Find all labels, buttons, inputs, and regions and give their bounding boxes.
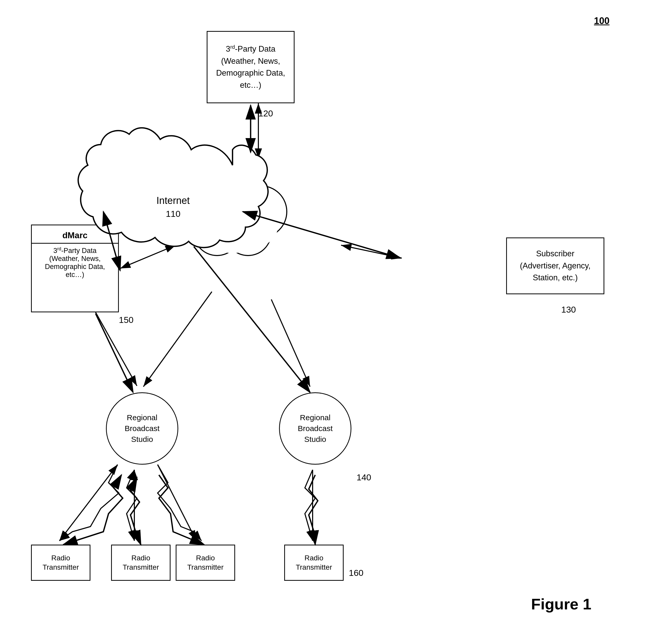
regional-studio-left: RegionalBroadcastStudio — [106, 392, 178, 465]
label-160: 160 — [349, 568, 364, 578]
svg-line-4 — [120, 245, 176, 269]
regional-studio-left-label: RegionalBroadcastStudio — [125, 412, 159, 445]
label-130: 130 — [561, 304, 576, 315]
svg-line-9 — [60, 465, 117, 541]
svg-point-15 — [199, 170, 266, 237]
svg-point-18 — [194, 209, 240, 255]
label-150: 150 — [119, 315, 134, 325]
transmitter-4-label: Radio Transmitter — [287, 553, 341, 572]
diagram: 100 — [0, 0, 656, 644]
svg-line-5 — [341, 245, 402, 258]
transmitter-3-label: Radio Transmitter — [178, 553, 232, 572]
radio-transmitter-3: Radio Transmitter — [176, 545, 235, 581]
svg-line-8 — [144, 292, 212, 387]
subscriber-box: Subscriber(Advertiser, Agency,Station, e… — [506, 237, 604, 294]
radio-transmitter-4: Radio Transmitter — [284, 545, 344, 581]
svg-line-11 — [158, 465, 196, 541]
svg-point-17 — [235, 186, 287, 237]
third-party-data-top-box: 3rd-Party Data(Weather, News,Demographic… — [207, 31, 294, 103]
svg-line-23 — [243, 212, 400, 258]
svg-point-19 — [225, 209, 271, 255]
third-party-label: 3rd-Party Data(Weather, News,Demographic… — [216, 43, 285, 91]
internet-number: 110 — [166, 209, 181, 218]
regional-studio-right-label: RegionalBroadcastStudio — [298, 412, 332, 445]
radio-transmitter-2: Radio Transmitter — [111, 545, 171, 581]
dmarc-title: dMarc — [32, 225, 118, 243]
svg-line-6 — [271, 299, 310, 387]
dmarc-third-party: 3rd-Party Data(Weather, News,Demographic… — [32, 244, 118, 281]
transmitter-2-label: Radio Transmitter — [114, 553, 168, 572]
svg-point-16 — [178, 186, 230, 237]
svg-line-25 — [95, 314, 133, 392]
dmarc-box: dMarc 3rd-Party Data(Weather, News,Demog… — [31, 225, 119, 312]
reference-number: 100 — [594, 16, 610, 26]
subscriber-label: Subscriber(Advertiser, Agency,Station, e… — [520, 248, 590, 284]
label-120: 120 — [258, 109, 273, 118]
label-140: 140 — [356, 473, 371, 482]
svg-line-24 — [194, 247, 310, 392]
transmitter-1-label: Radio Transmitter — [34, 553, 88, 572]
svg-point-20 — [187, 201, 278, 253]
internet-label: Internet — [157, 195, 190, 206]
radio-transmitter-1: Radio Transmitter — [31, 545, 90, 581]
figure-label: Figure 1 — [531, 595, 591, 613]
regional-studio-right: RegionalBroadcastStudio — [279, 392, 351, 465]
